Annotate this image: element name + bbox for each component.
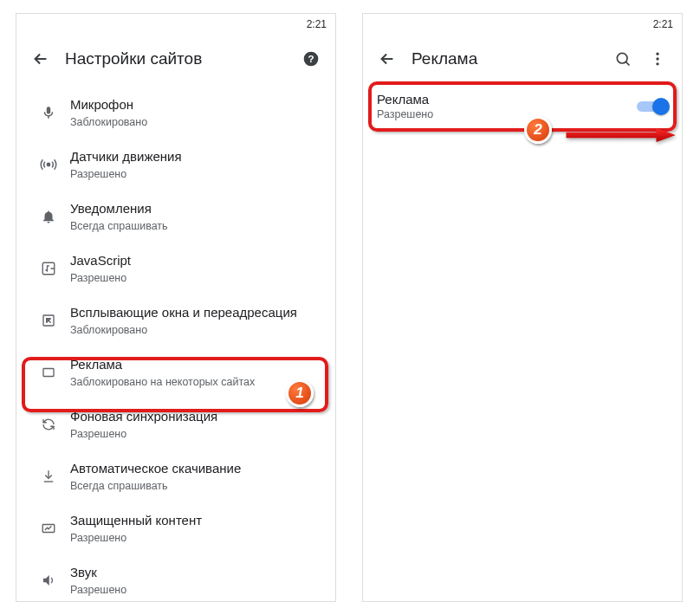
row-sublabel: Разрешено — [70, 531, 325, 545]
overflow-button[interactable] — [640, 42, 675, 76]
svg-rect-5 — [43, 369, 54, 377]
bell-icon — [27, 209, 70, 224]
row-label: Датчики движения — [70, 148, 325, 165]
back-button[interactable] — [23, 42, 58, 76]
row-auto-download[interactable]: Автоматическое скачивание Всегда спрашив… — [16, 450, 335, 502]
download-icon — [27, 469, 70, 484]
row-label: Микрофон — [70, 96, 325, 113]
row-sublabel: Заблокировано — [70, 323, 325, 337]
arrow-back-icon — [31, 49, 50, 68]
row-notifications[interactable]: Уведомления Всегда спрашивать — [16, 191, 335, 243]
ads-icon — [27, 365, 70, 380]
row-sublabel: Заблокировано — [70, 115, 325, 129]
appbar: Реклама — [363, 35, 682, 83]
row-label: Всплывающие окна и переадресация — [70, 304, 325, 321]
sensors-icon — [27, 156, 70, 173]
page-title: Настройки сайтов — [58, 49, 294, 68]
js-icon — [27, 261, 70, 276]
popup-icon — [27, 313, 70, 328]
row-sound[interactable]: Звук Разрешено — [16, 554, 335, 602]
protected-icon — [27, 521, 70, 536]
row-label: Реклама — [70, 356, 325, 373]
sync-icon — [27, 417, 70, 432]
row-label: Фоновая синхронизация — [70, 408, 325, 425]
svg-point-8 — [656, 53, 658, 55]
row-sublabel: Всегда спрашивать — [70, 479, 325, 493]
back-button[interactable] — [370, 42, 405, 76]
ads-switch[interactable] — [637, 98, 668, 115]
statusbar: 2:21 — [16, 14, 335, 35]
ads-toggle-row[interactable]: Реклама Разрешено — [363, 83, 682, 129]
help-button[interactable]: ? — [294, 42, 328, 76]
annotation-badge-2: 2 — [524, 116, 552, 144]
row-javascript[interactable]: JavaScript Разрешено — [16, 243, 335, 295]
row-sublabel: Разрешено — [70, 167, 325, 181]
svg-point-9 — [656, 57, 658, 60]
row-sublabel: Всегда спрашивать — [70, 219, 325, 233]
row-label: Уведомления — [70, 200, 325, 217]
page-title: Реклама — [405, 49, 606, 68]
row-sublabel: Разрешено — [70, 427, 325, 441]
more-vert-icon — [649, 50, 666, 68]
settings-list: Микрофон Заблокировано Датчики движения … — [16, 83, 335, 602]
sound-icon — [27, 573, 70, 588]
switch-thumb — [652, 98, 670, 115]
row-label: Звук — [70, 564, 325, 581]
status-time: 2:21 — [653, 18, 673, 30]
search-icon — [614, 50, 632, 68]
screen-ads-detail: 2:21 Реклама Реклама Разрешено — [362, 13, 683, 602]
row-sublabel: Разрешено — [70, 271, 325, 285]
statusbar: 2:21 — [363, 14, 682, 35]
row-background-sync[interactable]: Фоновая синхронизация Разрешено — [16, 398, 335, 450]
row-sublabel: Разрешено — [70, 583, 325, 597]
annotation-badge-1: 1 — [286, 379, 314, 407]
svg-point-10 — [656, 62, 658, 65]
help-icon: ? — [302, 50, 320, 68]
row-label: JavaScript — [70, 252, 325, 269]
row-microphone[interactable]: Микрофон Заблокировано — [16, 87, 335, 139]
row-label: Автоматическое скачивание — [70, 460, 325, 477]
svg-text:?: ? — [308, 53, 314, 64]
status-time: 2:21 — [307, 18, 327, 30]
appbar: Настройки сайтов ? — [16, 35, 335, 83]
toggle-sublabel: Разрешено — [377, 108, 637, 120]
row-protected-content[interactable]: Защищенный контент Разрешено — [16, 502, 335, 554]
mic-icon — [27, 105, 70, 120]
row-motion-sensors[interactable]: Датчики движения Разрешено — [16, 139, 335, 191]
screen-site-settings: 2:21 Настройки сайтов ? Микрофон Заблоки… — [16, 13, 336, 602]
svg-point-2 — [47, 163, 49, 165]
row-popups[interactable]: Всплывающие окна и переадресация Заблоки… — [16, 295, 335, 346]
search-button[interactable] — [606, 42, 640, 76]
row-label: Защищенный контент — [70, 512, 325, 529]
arrow-back-icon — [378, 49, 397, 68]
svg-point-7 — [617, 53, 627, 63]
toggle-label: Реклама — [377, 92, 637, 107]
